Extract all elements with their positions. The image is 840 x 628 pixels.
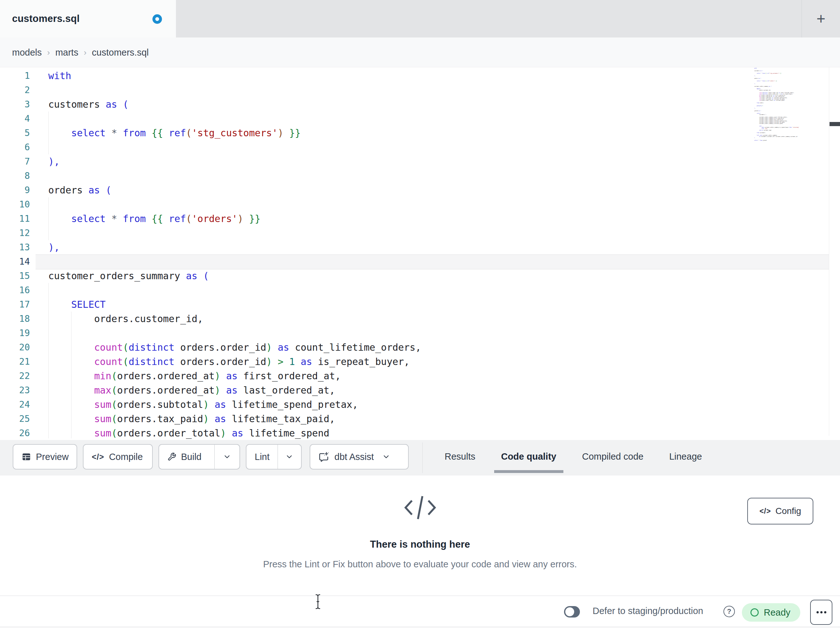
- preview-button[interactable]: Preview: [13, 444, 77, 470]
- code-line[interactable]: [48, 255, 421, 269]
- code-line[interactable]: [48, 140, 421, 154]
- code-line[interactable]: [48, 326, 421, 340]
- dot: [820, 611, 823, 614]
- code-line[interactable]: [48, 169, 421, 183]
- tab-compiled-code[interactable]: Compiled code: [575, 440, 651, 473]
- compile-button[interactable]: </> Compile: [83, 444, 153, 470]
- new-tab-button[interactable]: +: [812, 9, 830, 28]
- code-line[interactable]: select * from {{ ref('stg_customers') }}: [48, 126, 421, 140]
- line-number: 16: [0, 283, 30, 297]
- code-line[interactable]: max(orders.ordered_at) as last_ordered_a…: [48, 383, 421, 397]
- line-number: 21: [0, 354, 30, 369]
- code-line[interactable]: sum(orders.order_total) as lifetime_spen…: [48, 426, 421, 440]
- code-line[interactable]: [48, 111, 421, 126]
- code-line[interactable]: orders as (: [48, 183, 421, 197]
- tab-lineage[interactable]: Lineage: [662, 440, 709, 473]
- code-line[interactable]: with: [48, 69, 421, 83]
- defer-label: Defer to staging/production: [593, 596, 703, 626]
- build-split-button: Build: [158, 444, 240, 470]
- code-line[interactable]: SELECT: [48, 297, 421, 312]
- breadcrumb-item-marts[interactable]: marts: [55, 47, 79, 58]
- line-number: 10: [0, 197, 30, 212]
- breadcrumb-item-file: customers.sql: [92, 47, 148, 58]
- unsaved-indicator-dot: [152, 14, 162, 24]
- lint-button[interactable]: Lint: [246, 445, 278, 469]
- text-cursor-pointer: [313, 593, 322, 610]
- more-options-button[interactable]: [810, 600, 832, 625]
- code-line[interactable]: sum(orders.tax_paid) as lifetime_tax_pai…: [48, 412, 421, 426]
- code-line[interactable]: count(distinct orders.order_id) > 1 as i…: [48, 354, 421, 369]
- line-number: 17: [0, 297, 30, 312]
- code-line[interactable]: [48, 283, 421, 297]
- chevron-down-icon: [382, 452, 390, 461]
- indent-guide: [48, 111, 49, 154]
- code-editor[interactable]: 1234567891011121314151617181920212223242…: [0, 67, 840, 440]
- dbt-assist-button[interactable]: dbt Assist: [309, 444, 409, 470]
- scrollbar-track[interactable]: [829, 67, 829, 436]
- breadcrumb-separator: ›: [47, 47, 50, 57]
- line-number: 25: [0, 412, 30, 426]
- tab-label: Code quality: [501, 451, 556, 462]
- code-line[interactable]: [48, 197, 421, 212]
- status-bar: Defer to staging/production ? Ready: [0, 596, 840, 626]
- code-line[interactable]: min(orders.ordered_at) as first_ordered_…: [48, 369, 421, 383]
- build-dropdown-button[interactable]: [215, 445, 240, 469]
- code-line[interactable]: customer_orders_summary as (: [48, 269, 421, 283]
- chevron-down-icon: [223, 452, 231, 461]
- code-line[interactable]: [48, 226, 421, 240]
- tab-code-quality[interactable]: Code quality: [494, 440, 564, 473]
- help-icon[interactable]: ?: [723, 606, 735, 617]
- lint-button-label: Lint: [255, 452, 270, 462]
- code-lines: with customers as ( select * from {{ ref…: [48, 69, 421, 440]
- dbt-assist-button-label: dbt Assist: [335, 452, 374, 462]
- line-number: 12: [0, 226, 30, 240]
- code-icon: </>: [92, 452, 104, 462]
- tab-results[interactable]: Results: [437, 440, 482, 473]
- build-button[interactable]: Build: [159, 445, 214, 469]
- code-line[interactable]: [48, 83, 421, 97]
- toolbar-tabs-divider: [422, 443, 423, 473]
- indent-guide: [48, 283, 49, 438]
- minimap-content: with customers as ( select * from {{ ref…: [754, 68, 802, 141]
- build-button-label: Build: [181, 452, 202, 462]
- tab-label: Results: [445, 451, 475, 462]
- empty-state-subtitle: Press the Lint or Fix button above to ev…: [263, 559, 577, 569]
- file-tab[interactable]: customers.sql: [0, 0, 176, 38]
- assist-sparkle-chat-icon: [319, 451, 329, 462]
- code-line[interactable]: select * from {{ ref('orders') }}: [48, 212, 421, 226]
- code-line[interactable]: orders.customer_id,: [48, 312, 421, 326]
- breadcrumb-row: models › marts › customers.sql Save: [0, 38, 840, 67]
- code-line[interactable]: count(distinct orders.order_id) as count…: [48, 340, 421, 354]
- code-icon: </>: [759, 507, 771, 516]
- line-number: 19: [0, 326, 30, 340]
- code-line[interactable]: customers as (: [48, 97, 421, 111]
- ready-status-badge[interactable]: Ready: [742, 603, 800, 622]
- chevron-down-icon: [285, 452, 294, 461]
- breadcrumb-item-models[interactable]: models: [12, 47, 42, 58]
- line-number: 20: [0, 340, 30, 354]
- scrollbar-thumb[interactable]: [829, 122, 840, 126]
- code-line[interactable]: ),: [48, 240, 421, 255]
- minimap[interactable]: with customers as ( select * from {{ ref…: [754, 68, 802, 144]
- line-number: 1: [0, 69, 30, 83]
- line-number: 6: [0, 140, 30, 154]
- defer-toggle[interactable]: [564, 606, 580, 617]
- line-number: 13: [0, 240, 30, 255]
- lint-dropdown-button[interactable]: [278, 445, 301, 469]
- table-icon: [22, 452, 31, 462]
- gutter: 1234567891011121314151617181920212223242…: [0, 69, 30, 440]
- code-line[interactable]: sum(orders.subtotal) as lifetime_spend_p…: [48, 397, 421, 412]
- code-slash-icon: [403, 493, 438, 522]
- line-number: 7: [0, 154, 30, 169]
- config-button-label: Config: [775, 506, 801, 516]
- line-number: 3: [0, 97, 30, 111]
- line-number: 22: [0, 369, 30, 383]
- line-number: 24: [0, 397, 30, 412]
- bottom-panel-bar: Preview </> Compile Build: [0, 440, 840, 476]
- breadcrumb-separator: ›: [84, 47, 87, 57]
- config-button[interactable]: </> Config: [747, 498, 813, 524]
- code-line[interactable]: ),: [48, 154, 421, 169]
- breadcrumb: models › marts › customers.sql: [12, 38, 148, 67]
- empty-state-title: There is nothing here: [370, 539, 470, 550]
- line-number: 5: [0, 126, 30, 140]
